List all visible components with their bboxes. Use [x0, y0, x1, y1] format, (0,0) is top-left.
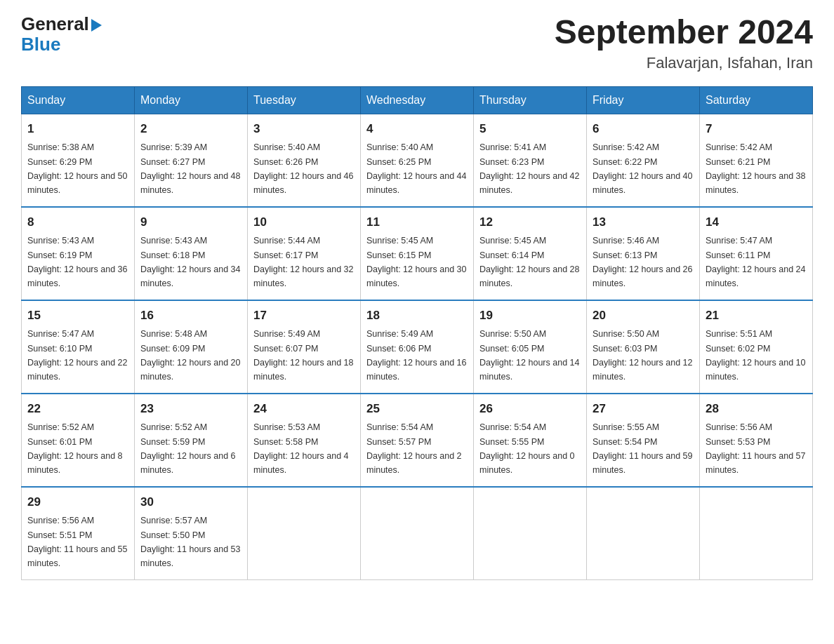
day-number: 15	[27, 307, 128, 325]
day-cell: 20 Sunrise: 5:50 AMSunset: 6:03 PMDaylig…	[587, 300, 700, 394]
day-number: 18	[366, 307, 468, 325]
day-cell: 22 Sunrise: 5:52 AMSunset: 6:01 PMDaylig…	[22, 394, 135, 487]
day-cell: 2 Sunrise: 5:39 AMSunset: 6:27 PMDayligh…	[135, 114, 248, 207]
day-cell: 19 Sunrise: 5:50 AMSunset: 6:05 PMDaylig…	[474, 300, 587, 394]
day-info: Sunrise: 5:43 AMSunset: 6:18 PMDaylight:…	[140, 236, 240, 288]
day-number: 1	[27, 120, 128, 138]
day-cell: 13 Sunrise: 5:46 AMSunset: 6:13 PMDaylig…	[587, 207, 700, 300]
day-info: Sunrise: 5:44 AMSunset: 6:17 PMDaylight:…	[253, 236, 353, 288]
day-number: 6	[593, 120, 694, 138]
day-cell	[700, 487, 813, 580]
day-number: 8	[27, 213, 128, 232]
day-number: 12	[479, 213, 581, 232]
logo-general: General	[21, 14, 102, 34]
day-info: Sunrise: 5:46 AMSunset: 6:13 PMDaylight:…	[593, 236, 692, 288]
day-cell: 8 Sunrise: 5:43 AMSunset: 6:19 PMDayligh…	[22, 207, 135, 300]
day-cell: 1 Sunrise: 5:38 AMSunset: 6:29 PMDayligh…	[22, 114, 135, 207]
day-number: 16	[140, 307, 241, 325]
day-info: Sunrise: 5:51 AMSunset: 6:02 PMDaylight:…	[706, 329, 805, 382]
day-number: 23	[140, 400, 241, 418]
weekday-header-wednesday: Wednesday	[361, 86, 474, 114]
day-number: 22	[27, 400, 128, 418]
day-info: Sunrise: 5:48 AMSunset: 6:09 PMDaylight:…	[140, 329, 240, 382]
day-info: Sunrise: 5:52 AMSunset: 5:59 PMDaylight:…	[140, 422, 236, 475]
day-cell: 10 Sunrise: 5:44 AMSunset: 6:17 PMDaylig…	[248, 207, 361, 300]
day-info: Sunrise: 5:43 AMSunset: 6:19 PMDaylight:…	[27, 236, 127, 288]
day-cell: 15 Sunrise: 5:47 AMSunset: 6:10 PMDaylig…	[22, 300, 135, 394]
day-number: 10	[253, 213, 355, 232]
location-title: Falavarjan, Isfahan, Iran	[555, 54, 813, 72]
day-cell: 12 Sunrise: 5:45 AMSunset: 6:14 PMDaylig…	[474, 207, 587, 300]
day-cell: 11 Sunrise: 5:45 AMSunset: 6:15 PMDaylig…	[361, 207, 474, 300]
day-cell: 4 Sunrise: 5:40 AMSunset: 6:25 PMDayligh…	[361, 114, 474, 207]
day-info: Sunrise: 5:40 AMSunset: 6:25 PMDaylight:…	[366, 142, 466, 195]
weekday-header-row: SundayMondayTuesdayWednesdayThursdayFrid…	[22, 86, 813, 114]
day-info: Sunrise: 5:54 AMSunset: 5:55 PMDaylight:…	[479, 422, 575, 475]
day-number: 29	[27, 493, 128, 511]
day-cell: 23 Sunrise: 5:52 AMSunset: 5:59 PMDaylig…	[135, 394, 248, 487]
day-number: 2	[140, 120, 241, 138]
logo-arrow-icon	[91, 19, 102, 32]
day-cell: 9 Sunrise: 5:43 AMSunset: 6:18 PMDayligh…	[135, 207, 248, 300]
day-info: Sunrise: 5:45 AMSunset: 6:14 PMDaylight:…	[479, 236, 579, 288]
day-info: Sunrise: 5:52 AMSunset: 6:01 PMDaylight:…	[27, 422, 123, 475]
day-cell: 30 Sunrise: 5:57 AMSunset: 5:50 PMDaylig…	[135, 487, 248, 580]
day-number: 28	[706, 400, 807, 418]
day-cell: 14 Sunrise: 5:47 AMSunset: 6:11 PMDaylig…	[700, 207, 813, 300]
day-cell: 25 Sunrise: 5:54 AMSunset: 5:57 PMDaylig…	[361, 394, 474, 487]
logo-blue: Blue	[21, 34, 102, 55]
day-cell: 21 Sunrise: 5:51 AMSunset: 6:02 PMDaylig…	[700, 300, 813, 394]
day-number: 25	[366, 400, 468, 418]
day-cell: 7 Sunrise: 5:42 AMSunset: 6:21 PMDayligh…	[700, 114, 813, 207]
day-cell	[587, 487, 700, 580]
day-cell: 5 Sunrise: 5:41 AMSunset: 6:23 PMDayligh…	[474, 114, 587, 207]
day-info: Sunrise: 5:49 AMSunset: 6:06 PMDaylight:…	[366, 329, 466, 382]
day-info: Sunrise: 5:47 AMSunset: 6:10 PMDaylight:…	[27, 329, 127, 382]
calendar-table: SundayMondayTuesdayWednesdayThursdayFrid…	[21, 86, 813, 580]
day-number: 20	[593, 307, 694, 325]
weekday-header-thursday: Thursday	[474, 86, 587, 114]
day-info: Sunrise: 5:39 AMSunset: 6:27 PMDaylight:…	[140, 142, 240, 195]
day-number: 27	[593, 400, 694, 418]
day-number: 7	[706, 120, 807, 138]
weekday-header-sunday: Sunday	[22, 86, 135, 114]
day-cell: 6 Sunrise: 5:42 AMSunset: 6:22 PMDayligh…	[587, 114, 700, 207]
weekday-header-saturday: Saturday	[700, 86, 813, 114]
day-cell: 24 Sunrise: 5:53 AMSunset: 5:58 PMDaylig…	[248, 394, 361, 487]
day-cell	[474, 487, 587, 580]
day-cell: 3 Sunrise: 5:40 AMSunset: 6:26 PMDayligh…	[248, 114, 361, 207]
week-row-5: 29 Sunrise: 5:56 AMSunset: 5:51 PMDaylig…	[22, 487, 813, 580]
day-number: 11	[366, 213, 468, 232]
day-info: Sunrise: 5:42 AMSunset: 6:22 PMDaylight:…	[593, 142, 692, 195]
day-cell	[361, 487, 474, 580]
day-cell: 17 Sunrise: 5:49 AMSunset: 6:07 PMDaylig…	[248, 300, 361, 394]
day-number: 4	[366, 120, 468, 138]
day-info: Sunrise: 5:38 AMSunset: 6:29 PMDaylight:…	[27, 142, 127, 195]
day-cell: 26 Sunrise: 5:54 AMSunset: 5:55 PMDaylig…	[474, 394, 587, 487]
day-info: Sunrise: 5:53 AMSunset: 5:58 PMDaylight:…	[253, 422, 349, 475]
day-info: Sunrise: 5:56 AMSunset: 5:51 PMDaylight:…	[27, 516, 127, 568]
day-info: Sunrise: 5:41 AMSunset: 6:23 PMDaylight:…	[479, 142, 579, 195]
week-row-4: 22 Sunrise: 5:52 AMSunset: 6:01 PMDaylig…	[22, 394, 813, 487]
day-number: 17	[253, 307, 355, 325]
day-info: Sunrise: 5:55 AMSunset: 5:54 PMDaylight:…	[593, 422, 692, 475]
day-number: 21	[706, 307, 807, 325]
day-info: Sunrise: 5:50 AMSunset: 6:03 PMDaylight:…	[593, 329, 692, 382]
day-info: Sunrise: 5:45 AMSunset: 6:15 PMDaylight:…	[366, 236, 466, 288]
weekday-header-friday: Friday	[587, 86, 700, 114]
day-number: 14	[706, 213, 807, 232]
weekday-header-tuesday: Tuesday	[248, 86, 361, 114]
weekday-header-monday: Monday	[135, 86, 248, 114]
day-cell: 28 Sunrise: 5:56 AMSunset: 5:53 PMDaylig…	[700, 394, 813, 487]
day-cell: 29 Sunrise: 5:56 AMSunset: 5:51 PMDaylig…	[22, 487, 135, 580]
day-cell: 18 Sunrise: 5:49 AMSunset: 6:06 PMDaylig…	[361, 300, 474, 394]
day-cell	[248, 487, 361, 580]
day-info: Sunrise: 5:54 AMSunset: 5:57 PMDaylight:…	[366, 422, 462, 475]
day-info: Sunrise: 5:49 AMSunset: 6:07 PMDaylight:…	[253, 329, 353, 382]
week-row-2: 8 Sunrise: 5:43 AMSunset: 6:19 PMDayligh…	[22, 207, 813, 300]
day-number: 9	[140, 213, 241, 232]
day-info: Sunrise: 5:56 AMSunset: 5:53 PMDaylight:…	[706, 422, 805, 475]
day-info: Sunrise: 5:57 AMSunset: 5:50 PMDaylight:…	[140, 516, 240, 568]
day-info: Sunrise: 5:40 AMSunset: 6:26 PMDaylight:…	[253, 142, 353, 195]
week-row-3: 15 Sunrise: 5:47 AMSunset: 6:10 PMDaylig…	[22, 300, 813, 394]
